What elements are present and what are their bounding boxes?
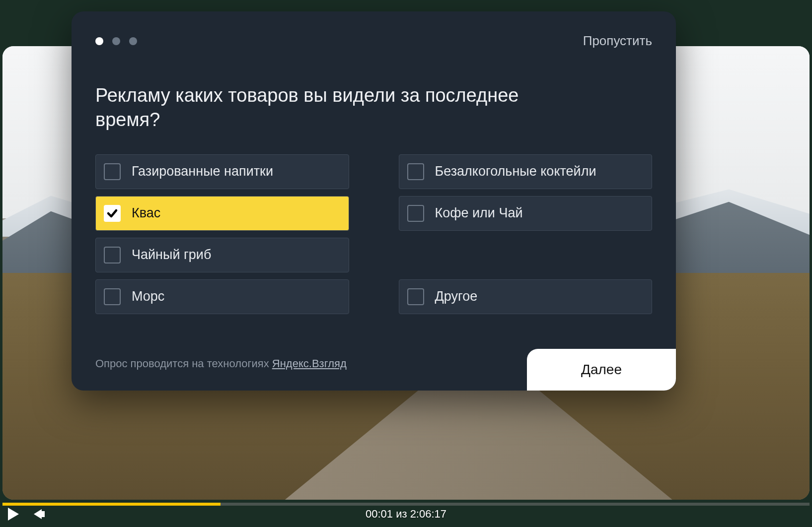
time-separator: из: [393, 508, 410, 520]
checkbox-icon: [104, 163, 121, 180]
option-mors[interactable]: Морс: [95, 279, 349, 314]
survey-question: Рекламу каких товаров вы видели за после…: [95, 83, 542, 132]
progress-dots: [95, 37, 137, 45]
option-label: Морс: [132, 289, 164, 304]
checkbox-icon: [407, 205, 424, 222]
footer-prefix: Опрос проводится на технологиях: [95, 357, 272, 370]
next-button[interactable]: Далее: [527, 349, 676, 391]
checkbox-icon: [407, 288, 424, 305]
option-other[interactable]: Другое: [399, 279, 653, 314]
total-time: 2:06:17: [410, 508, 446, 520]
option-soda[interactable]: Газированные напитки: [95, 154, 349, 189]
option-kombucha[interactable]: Чайный гриб: [95, 238, 349, 272]
progress-dot-2: [112, 37, 120, 45]
player-controls: 00:01 из 2:06:17: [4, 501, 808, 527]
option-label: Квас: [132, 205, 160, 221]
current-time: 00:01: [366, 508, 393, 520]
time-display: 00:01 из 2:06:17: [366, 508, 446, 521]
progress-dot-3: [129, 37, 137, 45]
checkbox-icon: [104, 288, 121, 305]
option-coffee-tea[interactable]: Кофе или Чай: [399, 196, 653, 231]
volume-button[interactable]: [34, 509, 42, 519]
footer-attribution: Опрос проводится на технологиях Яндекс.В…: [95, 357, 347, 382]
modal-header: Пропустить: [95, 33, 652, 49]
footer-link[interactable]: Яндекс.Взгляд: [272, 357, 347, 370]
progress-dot-1: [95, 37, 103, 45]
checkbox-icon: [407, 163, 424, 180]
options-grid: Газированные напитки Безалкогольные кокт…: [95, 154, 652, 314]
option-label: Кофе или Чай: [435, 205, 523, 221]
play-button[interactable]: [8, 508, 19, 521]
modal-footer: Опрос проводится на технологиях Яндекс.В…: [72, 349, 676, 391]
checkmark-icon: [106, 207, 118, 219]
option-label: Безалкогольные коктейли: [435, 164, 596, 179]
option-nonalc-cocktails[interactable]: Безалкогольные коктейли: [399, 154, 653, 189]
skip-button[interactable]: Пропустить: [583, 33, 652, 49]
option-label: Чайный гриб: [132, 247, 211, 263]
survey-modal: Пропустить Рекламу каких товаров вы виде…: [72, 11, 676, 391]
option-label: Другое: [435, 289, 478, 304]
checkbox-checked-icon: [104, 205, 121, 222]
option-kvass[interactable]: Квас: [95, 196, 349, 231]
play-icon: [8, 508, 19, 521]
checkbox-icon: [104, 247, 121, 264]
speaker-icon: [34, 509, 42, 519]
option-label: Газированные напитки: [132, 164, 273, 179]
